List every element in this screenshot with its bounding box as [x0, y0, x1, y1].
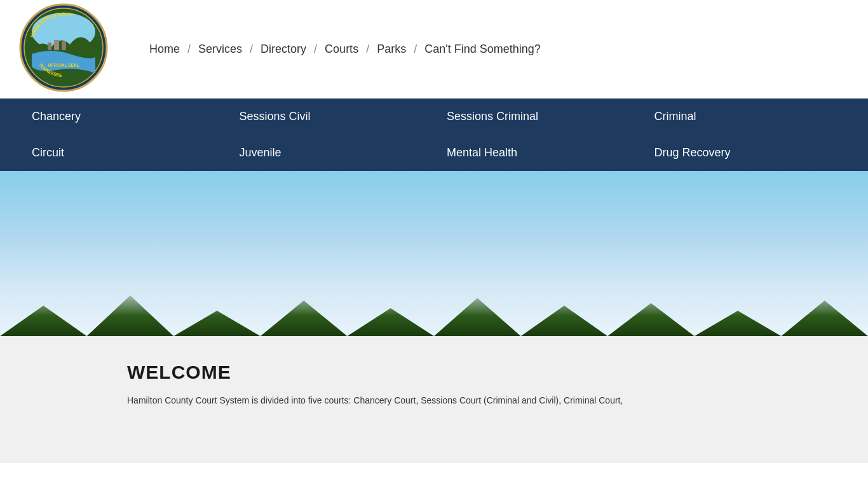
hero-image	[0, 171, 868, 336]
nav-sep-4: /	[366, 43, 369, 56]
welcome-text: Hamilton County Court System is divided …	[127, 393, 741, 407]
courts-nav-juvenile[interactable]: Juvenile	[227, 135, 435, 171]
main-nav: Home / Services / Directory / Courts / P…	[149, 43, 541, 56]
nav-directory[interactable]: Directory	[261, 43, 306, 56]
nav-parks[interactable]: Parks	[377, 43, 406, 56]
courts-nav-sessions-civil[interactable]: Sessions Civil	[227, 98, 435, 135]
hero-trees-decoration	[0, 285, 868, 336]
courts-nav-mental-health[interactable]: Mental Health	[434, 135, 642, 171]
site-header: HAMILTON COUNTY OFFICIAL SEAL TENNESSEE …	[0, 0, 868, 98]
nav-sep-3: /	[314, 43, 317, 56]
logo-container[interactable]: HAMILTON COUNTY OFFICIAL SEAL TENNESSEE	[19, 3, 111, 95]
courts-nav-drug-recovery[interactable]: Drug Recovery	[642, 135, 850, 171]
courts-nav-chancery[interactable]: Chancery	[19, 98, 227, 135]
courts-nav-sessions-criminal[interactable]: Sessions Criminal	[434, 98, 642, 135]
welcome-section: WELCOME Hamilton County Court System is …	[0, 336, 868, 463]
nav-cant-find[interactable]: Can't Find Something?	[424, 43, 541, 56]
site-logo: HAMILTON COUNTY OFFICIAL SEAL TENNESSEE	[19, 3, 108, 92]
courts-nav-circuit[interactable]: Circuit	[19, 135, 227, 171]
svg-rect-3	[48, 43, 51, 50]
nav-sep-1: /	[187, 43, 191, 56]
courts-nav: Chancery Sessions Civil Sessions Crimina…	[0, 98, 868, 171]
svg-rect-5	[62, 41, 66, 50]
nav-sep-2: /	[250, 43, 253, 56]
welcome-title: WELCOME	[127, 362, 741, 383]
svg-text:OFFICIAL SEAL: OFFICIAL SEAL	[48, 63, 79, 67]
nav-home[interactable]: Home	[149, 43, 180, 56]
svg-rect-4	[54, 40, 59, 50]
nav-courts[interactable]: Courts	[325, 43, 358, 56]
nav-sep-5: /	[414, 43, 417, 56]
courts-nav-criminal[interactable]: Criminal	[642, 98, 850, 135]
nav-services[interactable]: Services	[198, 43, 242, 56]
